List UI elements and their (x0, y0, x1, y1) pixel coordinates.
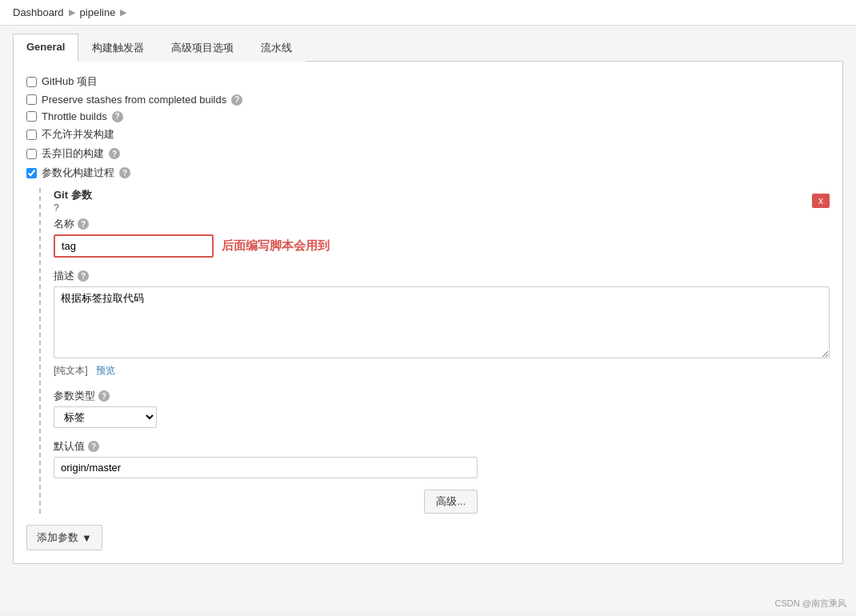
checkbox-label-github[interactable]: GitHub 项目 (42, 74, 98, 89)
tab-general[interactable]: General (13, 34, 78, 62)
help-icon-name[interactable]: ? (78, 218, 89, 230)
checkbox-label-parameterized[interactable]: 参数化构建过程 (42, 166, 114, 180)
checkbox-row-concurrent: 不允许并发构建 (26, 127, 830, 142)
breadcrumb-arrow-2: ▶ (120, 7, 126, 18)
name-input[interactable] (54, 234, 214, 258)
help-icon-param-type[interactable]: ? (98, 390, 110, 402)
default-value-label-text: 默认值 (54, 439, 85, 454)
help-icon-description[interactable]: ? (78, 270, 89, 282)
param-type-label-text: 参数类型 (54, 389, 95, 403)
checkbox-row-discard: 丢弃旧的构建 ? (26, 146, 830, 161)
format-links: [纯文本] 预览 (54, 364, 830, 378)
default-value-field-label: 默认值 ? (54, 439, 830, 454)
tab-build-trigger[interactable]: 构建触发器 (78, 34, 158, 62)
content-panel: GitHub 项目 Preserve stashes from complete… (13, 62, 843, 564)
breadcrumb-bar: Dashboard ▶ pipeline ▶ (0, 0, 856, 26)
breadcrumb-arrow-1: ▶ (69, 7, 75, 18)
param-type-select[interactable]: 标签 分支 修订版本 标签或修订版本 分支或标签 (54, 406, 157, 428)
delete-git-param-button[interactable]: x (812, 194, 830, 208)
format-plain-text[interactable]: [纯文本] (54, 365, 88, 376)
tab-bar: General 构建触发器 高级项目选项 流水线 (13, 34, 843, 62)
git-params-sub-help: ? (54, 202, 92, 214)
tab-advanced-options[interactable]: 高级项目选项 (158, 34, 247, 62)
checkbox-label-preserve[interactable]: Preserve stashes from completed builds (42, 94, 226, 106)
default-value-input[interactable] (54, 457, 478, 478)
checkbox-throttle-builds[interactable] (26, 111, 37, 122)
git-params-section: Git 参数 ? x 名称 ? 后面编写脚本会用到 描述 ? 根据标签拉取代码 (39, 188, 830, 514)
param-type-field-label: 参数类型 ? (54, 389, 830, 403)
name-annotation: 后面编写脚本会用到 (222, 238, 330, 254)
git-params-header: Git 参数 ? x (54, 188, 830, 214)
format-preview-link[interactable]: 预览 (96, 365, 115, 376)
add-param-dropdown-icon: ▼ (82, 532, 92, 544)
checkbox-label-concurrent[interactable]: 不允许并发构建 (42, 127, 114, 142)
advanced-btn-wrapper: 高级... (54, 490, 478, 514)
checkbox-row-parameterized: 参数化构建过程 ? (26, 166, 830, 180)
breadcrumb-dashboard[interactable]: Dashboard (13, 6, 64, 18)
help-icon-discard[interactable]: ? (109, 148, 120, 159)
git-params-title: Git 参数 (54, 188, 92, 202)
tab-pipeline[interactable]: 流水线 (247, 34, 306, 62)
name-input-wrapper: 后面编写脚本会用到 (54, 234, 830, 258)
checkbox-label-discard[interactable]: 丢弃旧的构建 (42, 146, 104, 161)
checkbox-row-preserve: Preserve stashes from completed builds ? (26, 94, 830, 106)
breadcrumb-pipeline[interactable]: pipeline (80, 6, 116, 18)
add-param-label: 添加参数 (37, 530, 78, 545)
git-params-title-area: Git 参数 ? (54, 188, 92, 214)
checkbox-github-project[interactable] (26, 77, 37, 87)
name-label-text: 名称 (54, 217, 74, 231)
description-label-text: 描述 (54, 269, 74, 283)
help-icon-preserve[interactable]: ? (231, 94, 242, 106)
advanced-button[interactable]: 高级... (424, 490, 478, 514)
checkbox-row-throttle: Throttle builds ? (26, 110, 830, 122)
help-icon-default-value[interactable]: ? (88, 441, 99, 452)
footer-watermark: CSDN @南宫乘风 (775, 598, 846, 610)
checkbox-label-throttle[interactable]: Throttle builds (42, 110, 107, 122)
checkbox-parameterized[interactable] (26, 168, 37, 178)
description-field-label: 描述 ? (54, 269, 830, 283)
name-field-label: 名称 ? (54, 217, 830, 231)
add-param-button[interactable]: 添加参数 ▼ (26, 525, 102, 550)
description-textarea[interactable]: 根据标签拉取代码 (54, 286, 830, 358)
help-icon-throttle[interactable]: ? (112, 111, 123, 122)
checkbox-preserve-stashes[interactable] (26, 94, 37, 105)
checkbox-discard-old[interactable] (26, 149, 37, 159)
main-content: General 构建触发器 高级项目选项 流水线 GitHub 项目 Prese… (0, 26, 856, 613)
help-icon-parameterized[interactable]: ? (119, 167, 130, 178)
checkbox-no-concurrent[interactable] (26, 130, 37, 140)
checkbox-row-github: GitHub 项目 (26, 74, 830, 89)
